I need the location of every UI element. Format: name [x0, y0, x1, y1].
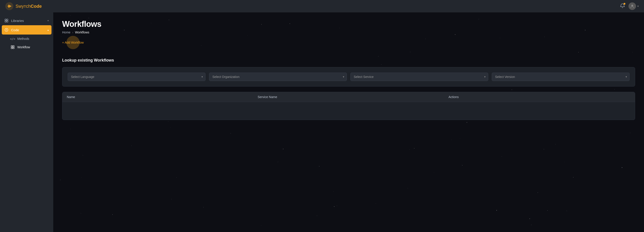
star: [176, 177, 177, 178]
sidebar-item-methods[interactable]: </> Methods: [0, 34, 53, 43]
svg-rect-3: [7, 19, 8, 20]
workflows-table: Name Service Name Actions: [62, 92, 635, 120]
star: [408, 188, 408, 188]
star: [530, 219, 530, 219]
star: [462, 165, 462, 166]
star: [452, 140, 452, 140]
methods-icon: </>: [11, 37, 15, 41]
sidebar-item-workflow-label: Workflow: [17, 45, 30, 49]
sidebar-item-code[interactable]: Code ▴: [2, 25, 52, 34]
star: [334, 191, 334, 192]
sidebar-item-libraries-left: Libraries: [4, 19, 24, 23]
svg-rect-2: [5, 19, 6, 20]
star: [334, 206, 334, 207]
star: [460, 138, 460, 138]
svg-rect-11: [13, 47, 14, 49]
star: [261, 225, 261, 226]
star: [83, 155, 83, 155]
libraries-chevron-icon: ▾: [48, 19, 49, 22]
star: [319, 166, 320, 166]
star: [573, 177, 574, 178]
content-area: Workflows Home › Workflows + Add Workflo…: [53, 12, 644, 232]
svg-point-1: [631, 5, 633, 6]
star: [409, 149, 410, 149]
sidebar-item-libraries[interactable]: Libraries ▾: [0, 16, 53, 25]
star: [622, 167, 622, 168]
sidebar: Libraries ▾ Code ▴ </> Methods: [0, 12, 53, 232]
star: [531, 225, 532, 225]
avatar: [628, 2, 636, 10]
star: [81, 177, 82, 178]
brand-logo-icon: [5, 2, 13, 10]
page-title: Workflows: [62, 19, 635, 29]
star: [112, 215, 113, 215]
star: [278, 162, 278, 162]
star: [376, 203, 376, 204]
star: [60, 180, 60, 180]
chevron-down-icon: ▾: [637, 5, 639, 8]
svg-rect-10: [11, 47, 12, 49]
sidebar-item-code-label: Code: [11, 28, 19, 32]
star: [70, 129, 70, 129]
breadcrumb-current: Workflows: [75, 30, 89, 34]
add-workflow-button[interactable]: + Add Workflow: [62, 39, 84, 46]
lookup-section-title: Lookup existing Workflows: [62, 58, 635, 63]
table-col-actions: Actions: [444, 92, 635, 102]
filters-row: Select Language ▾ Select Organization ▾: [68, 73, 630, 81]
star: [630, 133, 630, 133]
star: [283, 149, 283, 149]
main-layout: Libraries ▾ Code ▴ </> Methods: [0, 12, 644, 232]
table-col-service-name: Service Name: [253, 92, 444, 102]
code-icon: [4, 28, 8, 32]
language-select[interactable]: Select Language: [68, 73, 206, 81]
star: [230, 133, 231, 134]
star: [564, 162, 565, 162]
navbar: SwyтchCode ▾: [0, 0, 644, 12]
svg-rect-5: [7, 21, 8, 22]
star: [547, 210, 548, 211]
star: [131, 146, 132, 146]
notification-button[interactable]: [620, 3, 625, 9]
add-workflow-label: + Add Workflow: [62, 41, 84, 44]
service-select-wrapper: Select Service ▾: [350, 73, 488, 81]
notification-dot: [624, 3, 625, 5]
star: [434, 173, 434, 173]
star: [544, 149, 544, 149]
table-body: [62, 102, 635, 120]
user-menu-button[interactable]: ▾: [628, 2, 639, 10]
libraries-icon: [4, 19, 8, 23]
service-select[interactable]: Select Service: [350, 73, 488, 81]
svg-rect-8: [11, 46, 12, 47]
content-inner: Workflows Home › Workflows + Add Workflo…: [53, 12, 644, 127]
language-select-wrapper: Select Language ▾: [68, 73, 206, 81]
table-col-name: Name: [62, 92, 253, 102]
star: [337, 206, 337, 206]
workflow-icon: [11, 45, 15, 49]
version-select[interactable]: Select Version: [492, 73, 630, 81]
sidebar-item-code-left: Code: [4, 28, 19, 32]
lookup-panel: Select Language ▾ Select Organization ▾: [62, 67, 635, 87]
star: [556, 144, 556, 144]
svg-rect-4: [5, 21, 6, 22]
brand: SwyтchCode: [5, 2, 42, 10]
star: [171, 199, 172, 199]
organization-select[interactable]: Select Organization: [209, 73, 347, 81]
sidebar-item-libraries-label: Libraries: [11, 19, 24, 23]
breadcrumb-home[interactable]: Home: [62, 30, 70, 34]
star: [538, 192, 538, 193]
code-chevron-icon: ▴: [48, 28, 49, 31]
breadcrumb-separator: ›: [72, 30, 73, 34]
version-select-wrapper: Select Version ▾: [492, 73, 630, 81]
navbar-actions: ▾: [620, 2, 639, 10]
organization-select-wrapper: Select Organization ▾: [209, 73, 347, 81]
star: [496, 210, 497, 211]
svg-point-7: [6, 29, 7, 30]
star: [566, 211, 567, 211]
breadcrumb: Home › Workflows: [62, 30, 635, 34]
sidebar-item-workflow[interactable]: Workflow: [0, 43, 53, 51]
table-header: Name Service Name Actions: [62, 92, 635, 102]
star: [414, 148, 414, 148]
star: [203, 207, 204, 207]
svg-rect-9: [13, 46, 14, 47]
brand-name: SwyтchCode: [16, 4, 42, 9]
